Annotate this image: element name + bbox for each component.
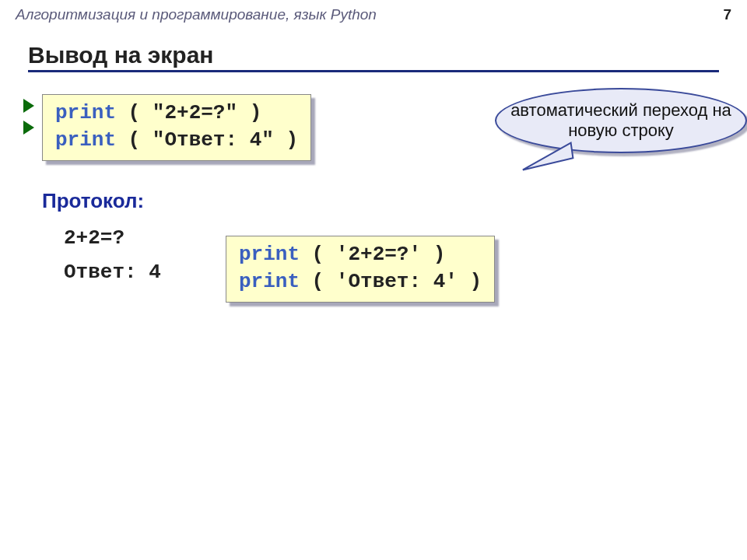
code-text: ( "2+2=?" ) xyxy=(116,101,261,124)
keyword-print: print xyxy=(239,270,300,293)
topic-text: Алгоритмизация и программирование, язык … xyxy=(16,6,377,23)
code-text: ( "Ответ: 4" ) xyxy=(116,128,298,152)
slide-title: Вывод на экран xyxy=(28,42,719,72)
code-box-1: print ( "2+2=?" ) print ( "Ответ: 4" ) xyxy=(42,94,311,161)
keyword-print: print xyxy=(55,128,116,152)
page-number: 7 xyxy=(723,6,731,23)
code-text: ( '2+2=?' ) xyxy=(300,243,445,266)
bullet-arrows xyxy=(23,94,34,135)
code-box-2: print ( '2+2=?' ) print ( 'Ответ: 4' ) xyxy=(226,236,495,303)
code-text: ( 'Ответ: 4' ) xyxy=(300,270,482,293)
protocol-label: Протокол: xyxy=(42,189,719,213)
keyword-print: print xyxy=(239,243,300,266)
slide-header: Алгоритмизация и программирование, язык … xyxy=(0,0,747,26)
arrow-icon xyxy=(23,121,34,135)
arrow-icon xyxy=(23,99,34,113)
svg-marker-0 xyxy=(520,143,573,170)
callout-bubble: автоматический переход на новую строку xyxy=(495,88,747,153)
keyword-print: print xyxy=(55,101,116,124)
